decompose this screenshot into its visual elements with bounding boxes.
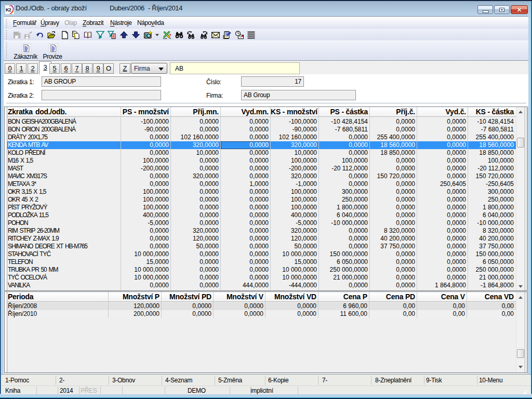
svg-text:K2: K2 (6, 7, 11, 12)
